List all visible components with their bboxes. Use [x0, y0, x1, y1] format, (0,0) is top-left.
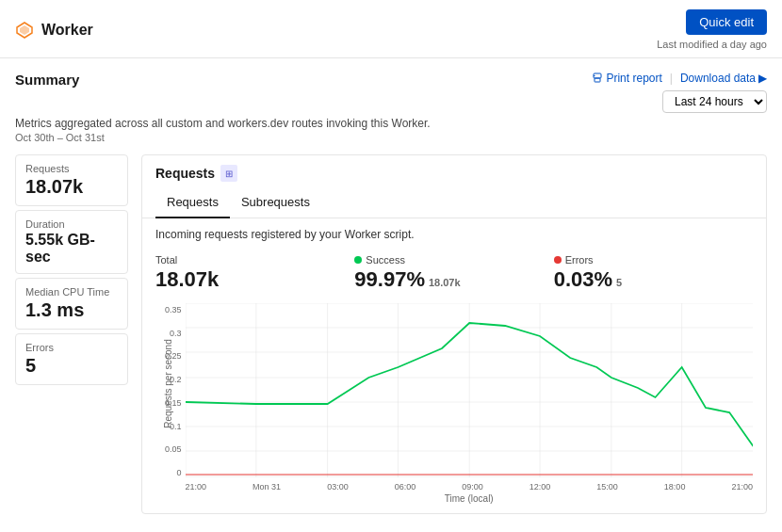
metric-value-duration: 5.55k GB-sec: [25, 232, 118, 266]
header-right: Quick edit Last modified a day ago: [657, 9, 767, 50]
requests-panel: Requests ⊞ Requests Subrequests Incoming…: [141, 154, 767, 514]
summary-title: Summary: [15, 72, 79, 88]
svg-rect-4: [594, 75, 595, 76]
svg-chart-container: 21:00 Mon 31 03:00 06:00 09:00 12:00 15:…: [186, 303, 753, 504]
stat-success-label: Success: [354, 254, 553, 266]
requests-content-body: Incoming requests registered by your Wor…: [142, 218, 766, 513]
stats-row: Total 18.07k Success 99.97%18.07k: [155, 254, 753, 292]
worker-icon: [15, 21, 34, 40]
stat-errors-sub: 5: [616, 277, 622, 288]
metric-card-duration: Duration 5.55k GB-sec: [15, 210, 128, 274]
stat-total: Total 18.07k: [155, 254, 354, 292]
page-title: Worker: [41, 22, 93, 39]
stat-total-label: Total: [155, 254, 354, 266]
last-modified-text: Last modified a day ago: [657, 39, 767, 50]
chart-with-yaxis: 0.35 0.3 0.25 0.2 0.15 0.1 0.05 0: [165, 303, 753, 504]
svg-marker-1: [20, 25, 29, 35]
metric-value-requests: 18.07k: [25, 176, 118, 198]
metric-card-requests: Requests 18.07k: [15, 154, 128, 206]
success-dot: [354, 256, 362, 264]
x-axis-label: Time (local): [186, 493, 753, 504]
stat-errors-label: Errors: [554, 254, 753, 266]
metric-value-cpu: 1.3 ms: [25, 299, 118, 321]
requests-chart: [186, 303, 753, 477]
requests-panel-header: Requests ⊞: [142, 155, 766, 182]
time-range-select[interactable]: Last 24 hours: [662, 90, 767, 113]
metric-card-cpu: Median CPU Time 1.3 ms: [15, 278, 128, 330]
metrics-column: Requests 18.07k Duration 5.55k GB-sec Me…: [15, 154, 128, 385]
summary-actions: Print report | Download data ▶: [592, 72, 767, 85]
summary-row: Requests 18.07k Duration 5.55k GB-sec Me…: [15, 154, 767, 514]
x-axis-ticks: 21:00 Mon 31 03:00 06:00 09:00 12:00 15:…: [186, 482, 753, 492]
y-axis-label: Requests per second: [163, 339, 173, 428]
requests-tabs: Requests Subrequests: [142, 189, 766, 218]
page-header: Worker Quick edit Last modified a day ag…: [0, 0, 782, 58]
expand-icon[interactable]: ⊞: [220, 165, 237, 182]
print-report-link[interactable]: Print report: [592, 72, 661, 85]
stat-errors: Errors 0.03%5: [554, 254, 753, 292]
svg-rect-3: [595, 78, 600, 82]
stat-success: Success 99.97%18.07k: [354, 254, 553, 292]
stat-total-value: 18.07k: [155, 267, 354, 292]
requests-panel-title: Requests: [155, 166, 215, 181]
stat-errors-value: 0.03%5: [554, 267, 753, 292]
tab-requests[interactable]: Requests: [155, 189, 230, 218]
metric-label-requests: Requests: [25, 163, 118, 174]
summary-header: Summary Print report | Download data ▶ L…: [15, 72, 767, 113]
metric-value-errors: 5: [25, 355, 118, 377]
errors-dot: [554, 256, 562, 264]
metric-label-cpu: Median CPU Time: [25, 286, 118, 298]
main-content: Summary Print report | Download data ▶ L…: [0, 58, 782, 527]
summary-section: Summary Print report | Download data ▶ L…: [15, 72, 767, 143]
summary-top-right: Print report | Download data ▶ Last 24 h…: [592, 72, 767, 113]
stat-success-sub: 18.07k: [429, 277, 461, 288]
metric-card-errors: Errors 5: [15, 333, 128, 385]
download-data-link[interactable]: Download data ▶: [680, 72, 767, 85]
metric-label-duration: Duration: [25, 218, 118, 230]
tab-subrequests[interactable]: Subrequests: [230, 189, 321, 218]
requests-description: Incoming requests registered by your Wor…: [155, 228, 753, 241]
stat-success-value: 99.97%18.07k: [354, 267, 553, 292]
metric-label-errors: Errors: [25, 342, 118, 353]
print-icon: [592, 73, 603, 84]
date-range: Oct 30th – Oct 31st: [15, 132, 767, 143]
chart-area: Requests per second 0.35 0.3 0.25 0.2 0.…: [165, 303, 753, 504]
header-left: Worker: [15, 21, 93, 40]
summary-description: Metrics aggregated across all custom and…: [15, 117, 767, 130]
quick-edit-button[interactable]: Quick edit: [686, 9, 767, 35]
